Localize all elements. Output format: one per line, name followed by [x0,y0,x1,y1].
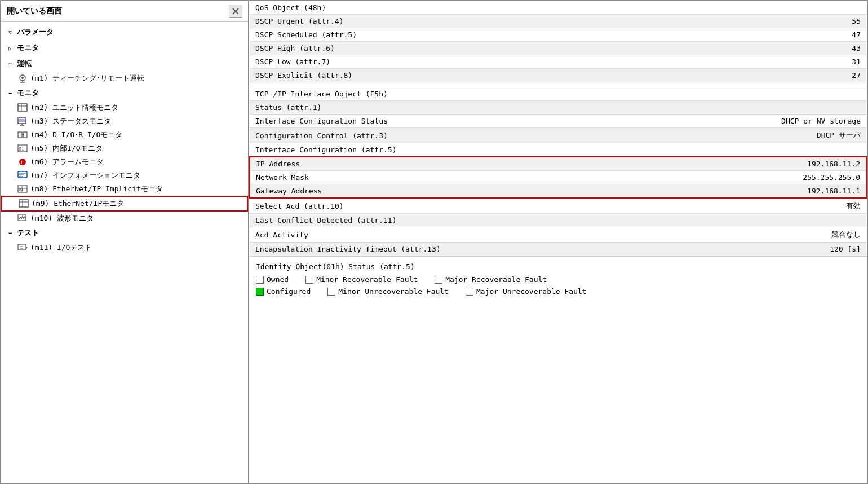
sidebar-item-m4[interactable]: (m4) D-I/O･R-I/Oモニタ [1,128,248,142]
table-cell-label [250,82,589,87]
section-label-test: テスト [17,228,39,238]
checkbox-owned-label: Owned [267,275,289,284]
section-label-monitor-top: モニタ [17,43,39,53]
table-row: Acd Activity競合なし [250,227,866,243]
sidebar-label-m10: (m10) 波形モニタ [30,213,94,223]
table-row: TCP /IP Interface Object (F5h) [250,87,866,101]
table-cell-label: Interface Configuration (attr.5) [250,143,589,157]
table-cell-value: 47 [589,28,866,42]
checkbox-configured-box[interactable] [256,288,264,296]
sidebar-item-m10[interactable]: (m10) 波形モニタ [1,212,248,225]
toggle-operation[interactable]: － [6,59,15,68]
table-cell-label: Gateway Address [250,184,589,199]
tree-section: ▽ パラメータ ▷ モニタ － 運転 [1,22,248,257]
table-row: Status (attr.1) [250,101,866,115]
toggle-test[interactable]: － [6,228,15,237]
table-cell-value [589,1,866,15]
checkbox-major-unrecoverable: Major Unrecoverable Fault [466,287,587,296]
table-cell-value [589,87,866,101]
table-cell-label: Last Conflict Detected (attr.11) [250,214,589,227]
m5-icon: 01 [17,143,28,153]
sidebar-item-m11[interactable]: (m11) I/Oテスト [1,241,248,254]
m10-icon [17,213,28,223]
sidebar-section-monitor-top[interactable]: ▷ モニタ [1,40,248,56]
checkbox-minor-recoverable-box[interactable] [305,276,313,284]
toggle-monitor-sub[interactable]: － [6,89,15,98]
checkbox-minor-unrecoverable-box[interactable] [327,288,335,296]
sidebar-label-m5: (m5) 内部I/Oモニタ [30,143,103,153]
sidebar-section-parameters[interactable]: ▽ パラメータ [1,24,248,40]
table-cell-value: 192.168.11.1 [589,184,866,199]
table-row: Select Acd (attr.10)有効 [250,198,866,214]
sidebar-section-monitor-sub[interactable]: － モニタ [1,85,248,101]
checkbox-major-recoverable: Major Recoverable Fault [435,275,547,284]
table-cell-label: Network Mask [250,171,589,184]
left-panel-header: 開いている画面 [1,1,248,22]
sidebar-item-m5[interactable]: 01 (m5) 内部I/Oモニタ [1,142,248,155]
bottom-title: Identity Object(01h) Status (attr.5) [256,262,860,271]
svg-point-3 [21,77,24,79]
checkbox-minor-recoverable: Minor Recoverable Fault [305,275,418,284]
table-row: Interface Configuration (attr.5) [250,143,866,157]
table-cell-label: Interface Configuration Status [250,115,589,128]
svg-rect-10 [19,119,25,122]
table-row: Configuration Control (attr.3)DHCP サーバ [250,128,866,143]
checkbox-owned: Owned [256,275,289,284]
sidebar-label-m2: (m2) ユニット情報モニタ [30,103,118,113]
sidebar-item-m2[interactable]: (m2) ユニット情報モニタ [1,101,248,115]
table-row [250,82,866,87]
checkbox-major-unrecoverable-label: Major Unrecoverable Fault [476,287,587,296]
svg-rect-33 [18,244,26,250]
table-cell-label: Acd Activity [250,227,589,243]
svg-rect-6 [18,104,27,111]
svg-rect-29 [19,200,28,207]
checkbox-owned-box[interactable] [256,276,264,284]
svg-point-19 [19,159,26,165]
table-row: Network Mask255.255.255.0 [250,171,866,184]
toggle-monitor-top[interactable]: ▷ [6,43,15,52]
m4-icon [17,130,28,140]
svg-marker-36 [26,246,28,249]
checkbox-row-2: Configured Minor Unrecoverable Fault Maj… [256,287,860,296]
bottom-area: Identity Object(01h) Status (attr.5) Own… [249,256,867,305]
sidebar-label-m9: (m9) EtherNet/IPモニタ [32,199,124,209]
sidebar-item-m8[interactable]: 01 (m8) EtherNet/IP Implicitモニタ [1,182,248,196]
table-row: Interface Configuration StatusDHCP or NV… [250,115,866,128]
sidebar-section-test[interactable]: － テスト [1,225,248,241]
close-button[interactable] [229,5,242,18]
sidebar-item-m6[interactable]: ! (m6) アラームモニタ [1,155,248,169]
checkbox-major-unrecoverable-box[interactable] [466,288,473,296]
checkbox-row-1: Owned Minor Recoverable Fault Major Reco… [256,275,860,284]
table-cell-value [589,82,866,87]
checkbox-minor-recoverable-label: Minor Recoverable Fault [316,275,418,284]
sidebar-item-m1[interactable]: (m1) ティーチング･リモート運転 [1,72,248,85]
m6-icon: ! [17,157,28,167]
table-cell-value: 255.255.255.0 [589,171,866,184]
table-row: Last Conflict Detected (attr.11) [250,214,866,227]
section-label-parameters: パラメータ [17,27,54,37]
sidebar-label-m4: (m4) D-I/O･R-I/Oモニタ [30,130,122,140]
sidebar-section-operation[interactable]: － 運転 [1,56,248,72]
checkbox-major-recoverable-box[interactable] [435,276,442,284]
checkbox-minor-unrecoverable: Minor Unrecoverable Fault [327,287,449,296]
checkbox-minor-unrecoverable-label: Minor Unrecoverable Fault [338,287,449,296]
table-cell-label: QoS Object (48h) [250,1,589,15]
toggle-parameters[interactable]: ▽ [6,28,15,37]
table-cell-label: DSCP Explicit (attr.8) [250,69,589,82]
m1-icon [17,73,28,83]
table-cell-value [589,143,866,157]
table-row: DSCP High (attr.6)43 [250,42,866,55]
m3-icon [17,116,28,126]
sidebar-item-m9[interactable]: (m9) EtherNet/IPモニタ [1,196,248,212]
checkbox-configured: Configured [256,287,311,296]
sidebar-item-m3[interactable]: (m3) ステータスモニタ [1,115,248,128]
sidebar-label-m1: (m1) ティーチング･リモート運転 [30,73,144,83]
table-cell-label: Status (attr.1) [250,101,589,115]
svg-text:!: ! [21,160,23,165]
checkbox-configured-label: Configured [267,287,311,296]
sidebar-label-m6: (m6) アラームモニタ [30,157,104,167]
table-cell-value: 192.168.11.2 [589,157,866,171]
table-row: DSCP Urgent (attr.4)55 [250,15,866,28]
sidebar-item-m7[interactable]: (m7) インフォメーションモニタ [1,169,248,182]
checkbox-major-recoverable-label: Major Recoverable Fault [445,275,547,284]
